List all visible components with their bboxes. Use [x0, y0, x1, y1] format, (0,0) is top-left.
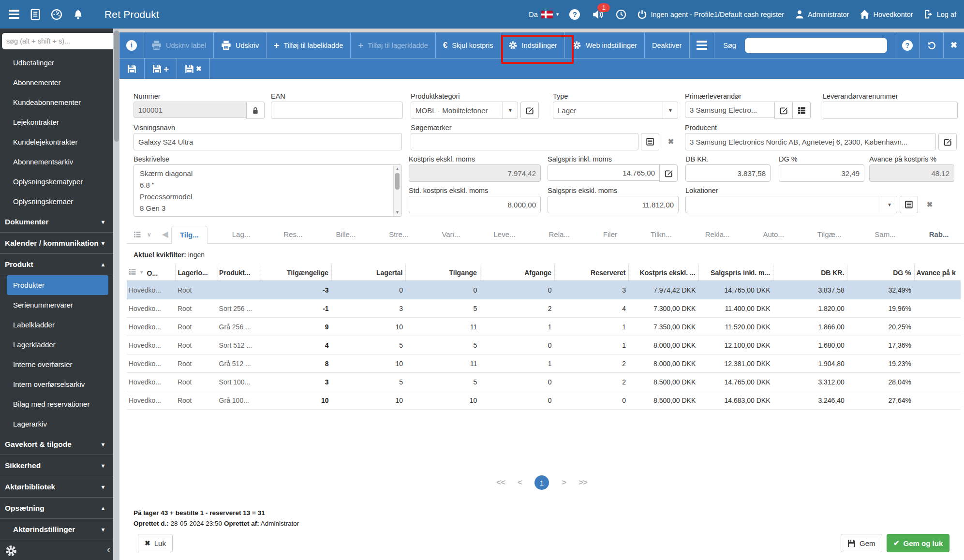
lokationer-select[interactable]: ▾	[685, 196, 897, 213]
page-last-button[interactable]: >>	[578, 478, 587, 487]
web-indstillinger-button[interactable]: Web indstillinger	[565, 32, 645, 58]
save-and-close-button[interactable]: ✖	[177, 59, 210, 79]
sidebar-item-interne-overførsler[interactable]: Interne overførsler	[0, 354, 113, 374]
page-next-button[interactable]: >	[562, 478, 566, 487]
save-button-footer[interactable]: Gem	[841, 534, 882, 552]
table-row[interactable]: Hovedko...RootGrå 256 ...91011117.350,00…	[127, 318, 961, 336]
sidebar-item-opsætning[interactable]: Opsætning▴	[0, 498, 113, 519]
type-select[interactable]: Lager ▾	[553, 102, 678, 119]
kostpris-input[interactable]	[409, 164, 541, 182]
nummer-input[interactable]	[133, 102, 247, 118]
column-header-tilgange[interactable]: Tilgange	[406, 265, 480, 281]
scrollbar-thumb[interactable]	[395, 173, 400, 190]
lock-button[interactable]	[246, 102, 265, 119]
sidebar-item-abonnementer[interactable]: Abonnementer	[0, 73, 113, 92]
dg-pct-input[interactable]	[779, 164, 864, 182]
tab-stre[interactable]: Stre...	[380, 225, 417, 243]
tab-tilgæ[interactable]: Tilgæ...	[809, 225, 850, 243]
sidebar-item-aktørbibliotek[interactable]: Aktørbibliotek▾	[0, 476, 113, 498]
salgspris-ekskl-input[interactable]	[548, 196, 679, 213]
chevron-down-icon[interactable]: ∨	[147, 231, 151, 238]
page-current[interactable]: 1	[534, 475, 549, 490]
grid-icon[interactable]	[133, 231, 141, 238]
agent-status[interactable]: Ingen agent - Profile1/Default cash regi…	[637, 9, 784, 20]
tab-sam[interactable]: Sam...	[866, 225, 904, 243]
sidebar-item-intern-overførselsarkiv[interactable]: Intern overførselsarkiv	[0, 374, 113, 394]
primaerleverandor-list-button[interactable]	[792, 102, 811, 119]
column-header-produkt[interactable]: Produkt...	[217, 265, 261, 281]
sidebar-item-kundeabonnementer[interactable]: Kundeabonnementer	[0, 92, 113, 112]
save-and-close-button-footer[interactable]: ✔ Gem og luk	[887, 534, 949, 552]
sidebar-item-lagerkladder[interactable]: Lagerkladder	[0, 335, 113, 354]
tab-vari[interactable]: Vari...	[433, 225, 469, 243]
sidebar-item-serienummervarer[interactable]: Serienummervarer	[0, 295, 113, 315]
primaerleverandor-input[interactable]	[685, 102, 775, 118]
column-header-avance-på-k[interactable]: Avance på k	[914, 265, 961, 281]
toolbar-history-button[interactable]	[920, 32, 944, 58]
beskrivelse-textarea[interactable]: ▲ ▼ Skærm diagonal6.8 "Processormodel8 G…	[133, 164, 402, 217]
table-row[interactable]: Hovedko...RootSort 100...355028.500,00 D…	[127, 373, 961, 391]
sogemaerker-clear-button[interactable]: ✖	[662, 133, 680, 150]
toolbar-menu-button[interactable]	[689, 32, 714, 58]
sidebar-item-sikkerhed[interactable]: Sikkerhed▾	[0, 455, 113, 476]
sidebar-item-kundelejekontrakter[interactable]: Kundelejekontrakter	[0, 132, 113, 152]
textarea-scrollbar[interactable]: ▲ ▼	[393, 165, 401, 216]
salgspris-inkl-input[interactable]	[548, 164, 660, 181]
visningsnavn-input[interactable]	[133, 133, 402, 150]
column-header-dg[interactable]: DG %	[847, 265, 914, 281]
tilføj-til-labelkladde-button[interactable]: +Tilføj til labelkladde	[267, 32, 351, 58]
audio-button[interactable]: 1	[591, 7, 605, 22]
column-header-o[interactable]: ▾O...	[127, 265, 176, 281]
column-header-reserveret[interactable]: Reserveret	[555, 265, 629, 281]
sidebar-item-bilag-med-reservationer[interactable]: Bilag med reservationer	[0, 394, 113, 414]
sogemaerker-list-button[interactable]	[641, 133, 659, 150]
sidebar-item-dokumenter[interactable]: Dokumenter▾	[0, 211, 113, 233]
logout-button[interactable]: Log af	[924, 9, 956, 19]
produktkategori-select[interactable]: MOBL - Mobiltelefoner ▾	[411, 102, 518, 119]
table-row[interactable]: Hovedko...Root-300037.974,42 DKK14.765,0…	[127, 281, 961, 299]
table-row[interactable]: Hovedko...RootGrå 512 ...81011128.000,00…	[127, 354, 961, 373]
avance-input[interactable]	[869, 164, 954, 182]
sidebar-item-abonnementsarkiv[interactable]: Abonnementsarkiv	[0, 152, 113, 172]
sidebar-item-produkter[interactable]: Produkter	[7, 275, 108, 295]
sidebar-item-produkt[interactable]: Produkt▴	[0, 254, 113, 275]
tabs-scroll-left-icon[interactable]: ◀	[162, 229, 168, 239]
help-button[interactable]: ?	[569, 9, 580, 20]
producent-input[interactable]	[685, 133, 936, 150]
page-prev-button[interactable]: <	[518, 478, 522, 487]
sidebar-item-gavekort-tilgode[interactable]: Gavekort & tilgode▾	[0, 434, 113, 455]
indstillinger-button[interactable]: Indstillinger	[501, 32, 565, 58]
tab-leve[interactable]: Leve...	[485, 225, 524, 243]
tab-rela[interactable]: Rela...	[540, 225, 578, 243]
info-button[interactable]: i	[119, 32, 144, 58]
column-header-salgspris-inkl-m[interactable]: Salgspris inkl. m...	[698, 265, 773, 281]
sidebar-item-udbetalinger[interactable]: Udbetalinger	[0, 53, 113, 73]
tab-bille[interactable]: Bille...	[327, 225, 365, 243]
settings-gear-button[interactable]	[5, 545, 17, 557]
scroll-up-icon[interactable]: ▲	[394, 165, 401, 172]
table-row[interactable]: Hovedko...RootSort 512 ...455018.000,00 …	[127, 336, 961, 354]
language-selector[interactable]: Da ▾	[529, 11, 559, 18]
leverandorvarenummer-input[interactable]	[823, 102, 958, 119]
tab-res[interactable]: Res...	[275, 225, 311, 243]
sidebar-item-lagerarkiv[interactable]: Lagerarkiv	[0, 414, 113, 434]
ean-input[interactable]	[271, 102, 403, 119]
notifications-button[interactable]	[71, 7, 85, 22]
sogemaerker-input[interactable]	[411, 133, 638, 150]
toolbar-search-input[interactable]	[745, 38, 887, 53]
sidebar-item-labelkladder[interactable]: Labelkladder	[0, 315, 113, 335]
current-location[interactable]: Hovedkontor	[860, 9, 913, 19]
sidebar-scrollbar[interactable]	[113, 29, 119, 560]
scrollbar-thumb[interactable]	[114, 30, 119, 142]
tab-lag[interactable]: Lag...	[223, 225, 259, 243]
save-and-new-button[interactable]: +	[145, 59, 177, 79]
table-row[interactable]: Hovedko...RootGrå 100...101010008.500,00…	[127, 391, 961, 410]
tab-tilg[interactable]: Tilg...	[171, 226, 208, 244]
udskriv-button[interactable]: Udskriv	[214, 32, 267, 58]
column-header-lagerlo[interactable]: Lagerlo...	[176, 265, 217, 281]
lokationer-clear-button[interactable]: ✖	[920, 196, 939, 213]
tab-rekla[interactable]: Rekla...	[697, 225, 739, 243]
sidebar-item-kalender-kommunikation[interactable]: Kalender / kommunikation▾	[0, 233, 113, 254]
column-header-kostpris-ekskl[interactable]: Kostpris ekskl. ...	[629, 265, 698, 281]
sidebar-item-oplysningskematyper[interactable]: Oplysningskematyper	[0, 172, 113, 192]
